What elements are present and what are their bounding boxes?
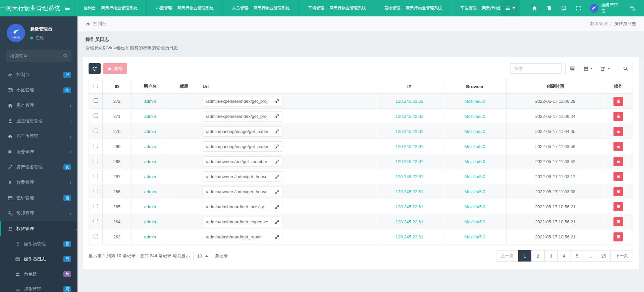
browser-link[interactable]: Mozilla/5.0 [464,189,485,194]
url-input[interactable] [203,156,271,167]
username-link[interactable]: admin [144,129,156,134]
submenu-item-role-groups[interactable]: 角色组 角 [0,267,77,282]
pagination-page[interactable]: 3 [544,250,558,262]
sidebar-item[interactable]: 小区管理 小 [0,82,77,98]
open-url-button[interactable] [271,202,282,212]
detail-view-button[interactable] [565,63,580,74]
open-url-button[interactable] [271,126,282,137]
topbar-tab[interactable]: 小区管理-一网天行物业管理系统 [146,0,222,16]
sidebar-item[interactable]: 业主信息管理 ‹ [0,113,77,129]
url-input[interactable] [203,217,271,227]
ip-link[interactable]: 120.245.22.61 [395,99,423,104]
topbar-user[interactable]: 超级管理员 [590,2,621,14]
url-input[interactable] [203,232,271,242]
settings-button[interactable] [628,4,637,13]
pagination-page[interactable]: 2 [531,250,545,262]
pagination-prev[interactable]: 上一页 [496,250,519,262]
search-button[interactable] [618,63,633,74]
ip-link[interactable]: 120.245.22.61 [395,234,423,239]
browser-link[interactable]: Mozilla/5.0 [464,159,485,164]
page-size-select[interactable]: 10 [193,251,212,261]
row-checkbox[interactable] [94,219,98,223]
url-input[interactable] [203,126,271,137]
breadcrumb-home[interactable]: 控制台 [93,21,106,27]
username-link[interactable]: admin [144,189,156,194]
row-checkbox[interactable] [94,204,98,208]
url-input[interactable] [203,141,271,152]
table-search-input[interactable] [510,63,561,74]
delete-row-button[interactable] [613,172,623,181]
open-url-button[interactable] [271,156,282,167]
sidebar-toggle-button[interactable] [60,0,74,16]
topbar-tab[interactable]: 车位管理-一网天行物业管理系统 [451,0,500,16]
open-url-button[interactable] [271,111,282,122]
open-url-button[interactable] [271,171,282,182]
browser-link[interactable]: Mozilla/5.0 [464,174,485,179]
browser-link[interactable]: Mozilla/5.0 [464,129,485,134]
sidebar-item[interactable]: 控制台 控 [0,67,77,82]
select-all-checkbox[interactable] [94,84,98,88]
delete-row-button[interactable] [613,97,623,106]
topbar-tab[interactable]: 宠物管理-一网天行物业管理系统 [375,0,451,16]
browser-link[interactable]: Mozilla/5.0 [464,114,485,119]
delete-row-button[interactable] [613,112,623,121]
pagination-next[interactable]: 下一页 [610,250,633,262]
ip-link[interactable]: 120.245.22.61 [395,129,423,134]
pagination-page[interactable]: 5 [571,250,584,262]
browser-link[interactable]: Mozilla/5.0 [464,144,485,149]
ip-link[interactable]: 120.245.22.61 [395,189,423,194]
ip-link[interactable]: 120.245.22.61 [395,204,423,209]
ip-link[interactable]: 120.245.22.61 [395,144,423,149]
pagination-page[interactable]: 25 [597,250,611,262]
sidebar-item[interactable]: 常规管理 ‹ [0,206,77,221]
url-input[interactable] [203,187,271,197]
browser-link[interactable]: Mozilla/5.0 [464,219,485,224]
submenu-item-operator-log[interactable]: 操作员日志 日 [0,251,77,267]
row-checkbox[interactable] [94,234,98,238]
avatar[interactable]: 一网天行 [7,24,25,42]
delete-row-button[interactable] [613,127,623,136]
tabs-dropdown-button[interactable] [500,0,520,16]
username-link[interactable]: admin [144,99,156,104]
username-link[interactable]: admin [144,114,156,119]
ip-link[interactable]: 120.245.22.61 [395,114,423,119]
docs-button[interactable] [559,4,568,13]
username-link[interactable]: admin [144,234,156,239]
url-input[interactable] [203,96,271,106]
delete-row-button[interactable] [613,157,623,166]
pagination-page[interactable]: ... [584,250,597,262]
browser-link[interactable]: Mozilla/5.0 [464,234,485,239]
open-url-button[interactable] [271,96,282,106]
clear-cache-button[interactable] [545,4,553,13]
sidebar-item[interactable]: 收费管理 ‹ [0,175,77,190]
delete-row-button[interactable] [613,202,623,211]
export-button[interactable] [597,63,614,74]
sidebar-item[interactable]: 值班管理 值 [0,190,77,206]
browser-link[interactable]: Mozilla/5.0 [464,99,485,104]
delete-row-button[interactable] [613,217,623,226]
sidebar-item[interactable]: 服务管理 ‹ [0,144,77,159]
submenu-item-rules[interactable]: 规则管理 规 [0,282,77,292]
sidebar-item[interactable]: 停车位管理 ‹ [0,129,77,144]
row-checkbox[interactable] [94,159,98,163]
pagination-page-active[interactable]: 1 [518,250,532,262]
columns-button[interactable] [580,63,597,74]
row-checkbox[interactable] [94,98,98,103]
sidebar-item[interactable]: 资产设备管理 资 [0,159,77,175]
delete-row-button[interactable] [613,187,623,196]
delete-row-button[interactable] [613,232,623,241]
topbar-tab[interactable]: 控制台-一网天行物业管理系统 [74,0,146,16]
submenu-item-operators[interactable]: 操作员管理 管 [0,236,77,251]
row-checkbox[interactable] [94,144,98,148]
open-url-button[interactable] [271,141,282,152]
sidebar-item[interactable]: 房产管理 ‹ [0,98,77,113]
ip-link[interactable]: 120.245.22.61 [395,219,423,224]
menu-search-input[interactable] [6,50,71,62]
ip-link[interactable]: 120.245.22.61 [395,159,423,164]
username-link[interactable]: admin [144,174,156,179]
url-input[interactable] [203,202,271,212]
topbar-tab[interactable]: 人员管理-一网天行物业管理系统 [222,0,299,16]
row-checkbox[interactable] [94,189,98,193]
pagination-page[interactable]: 4 [557,250,571,262]
delete-selected-button[interactable]: 删除 [103,63,127,74]
